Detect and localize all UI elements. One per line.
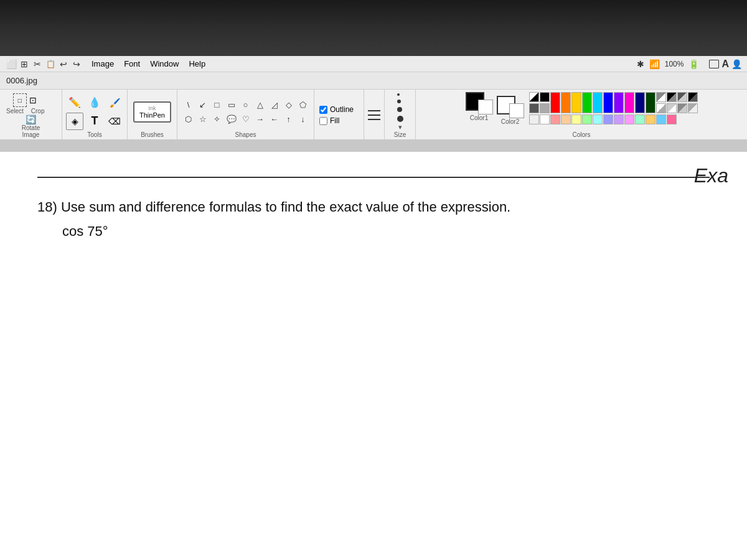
lasso-tool[interactable]: ◈ [66,113,83,130]
swatch-lightgreen[interactable] [582,114,592,124]
line-thick[interactable] [368,119,380,120]
fill-checkbox[interactable] [319,117,327,125]
shape-ellipse[interactable]: ○ [239,98,253,111]
shape-line[interactable]: \ [182,98,195,111]
swatch-darkgray[interactable] [529,103,539,113]
swatch-d7[interactable] [667,103,677,113]
size-arrow: ▾ [398,123,402,131]
size-dot-1[interactable] [397,93,400,96]
page-container: Exa 18) Use sum and difference formulas … [0,139,747,560]
swatch-lightblue[interactable] [603,114,613,124]
swatch-lightorange[interactable] [561,114,571,124]
text-tool[interactable]: T [86,113,103,130]
swatch-lightcyan[interactable] [593,114,603,124]
brushes-section: Ink ThinPen Brushes [128,90,177,139]
image-label: Image [6,131,55,138]
tb-icon-redo[interactable]: ↪ [70,58,83,70]
swatch-d4[interactable] [677,92,687,102]
size-dot-2[interactable] [397,100,401,103]
swatch-diag1[interactable] [529,92,539,102]
swatch-blue[interactable] [603,92,613,113]
swatch-light1[interactable] [529,114,539,124]
shape-triangle[interactable]: △ [253,98,267,111]
line-thin[interactable] [368,110,380,111]
shape-diamond[interactable]: ◇ [282,98,296,111]
swatch-d8[interactable] [677,103,687,113]
shape-arrow-up[interactable]: ↑ [282,112,296,126]
brushes-label: Brushes [141,131,164,138]
swatch-skyblue[interactable] [656,114,666,124]
swatch-lightyellow[interactable] [571,114,581,124]
color2-back[interactable] [509,103,524,118]
status-battery: 100% [665,60,684,68]
color-picker-tool[interactable]: 🖌️ [106,94,123,111]
tb-icon-grid[interactable]: ⊞ [18,58,31,70]
size-section: ▾ Size [385,90,416,139]
swatch-green[interactable] [582,92,592,113]
shape-pentagon[interactable]: ⬠ [296,98,310,111]
shapes-label: Shapes [235,131,256,138]
eraser-tool[interactable]: ⌫ [106,113,123,130]
brush-selected[interactable]: Ink ThinPen [133,101,171,123]
lines-section [364,90,385,139]
tb-icon-cut[interactable]: ✂ [31,58,44,70]
toolbar: □ ⊡ Select Crop 🔄 Rotate Image [0,90,747,139]
swatch-pink[interactable] [667,114,677,124]
swatch-gray[interactable] [540,103,550,113]
shape-rect[interactable]: □ [210,98,224,111]
shape-callout[interactable]: 💬 [225,112,238,126]
menu-help[interactable]: Help [184,58,210,70]
swatch-red[interactable] [550,92,560,113]
shape-arrow-down[interactable]: ↓ [296,112,310,126]
swatch-navy[interactable] [635,92,645,113]
font-A-icon: A [721,58,729,70]
fill-tool[interactable]: 💧 [86,94,103,111]
line-med[interactable] [368,114,380,116]
shape-star[interactable]: ☆ [196,112,210,126]
swatch-black[interactable] [540,92,550,102]
shape-roundrect[interactable]: ▭ [225,98,238,111]
rotate-tool[interactable]: 🔄 Rotate [22,114,40,131]
select-tool[interactable]: □ [13,93,27,107]
size-dot-4[interactable] [397,116,403,122]
swatch-d9[interactable] [688,103,698,113]
swatch-orange[interactable] [561,92,571,113]
swatch-peach[interactable] [646,114,655,124]
shape-heart[interactable]: ♡ [239,112,253,126]
swatch-d6[interactable] [656,103,666,113]
swatch-d2[interactable] [656,92,666,102]
menu-window[interactable]: Window [145,58,184,70]
pencil-tool[interactable]: ✏️ [66,94,83,111]
swatch-white[interactable] [540,114,550,124]
tb-icon-undo[interactable]: ↩ [57,58,70,70]
swatch-lightviolet[interactable] [614,114,624,124]
menu-font[interactable]: Font [119,58,145,70]
shape-star4[interactable]: ✧ [210,112,224,126]
swatch-d3[interactable] [667,92,677,102]
shape-arrow-left[interactable]: ← [268,112,281,126]
shape-rtriangle[interactable]: ◿ [268,98,281,111]
tb-icon-save[interactable]: ⬜ [5,58,17,70]
swatch-mint[interactable] [635,114,645,124]
menu-image[interactable]: Image [87,58,119,70]
swatch-cyan[interactable] [593,92,603,113]
swatch-magenta[interactable] [624,92,634,113]
filename-bar: 0006.jpg [0,72,747,90]
swatch-violet[interactable] [614,92,624,113]
crop-tool[interactable]: ⊡ [28,94,38,106]
size-dot-3[interactable] [397,107,402,112]
swatch-d5[interactable] [688,92,698,102]
color-section: Color1 Color2 [416,90,747,139]
swatch-lightred[interactable] [550,114,560,124]
swatch-yellow[interactable] [571,92,581,113]
crop-label: Crop [31,108,45,114]
shape-curve[interactable]: ↙ [196,98,210,111]
swatch-darkgreen[interactable] [646,92,655,113]
bezel [0,0,747,56]
color1-back[interactable] [478,100,493,114]
tb-icon-paste[interactable]: 📋 [44,58,57,70]
shape-arrow-right[interactable]: → [253,112,267,126]
outline-checkbox[interactable] [319,106,327,114]
shape-hexagon[interactable]: ⬡ [182,112,195,126]
swatch-lightmagenta[interactable] [624,114,634,124]
